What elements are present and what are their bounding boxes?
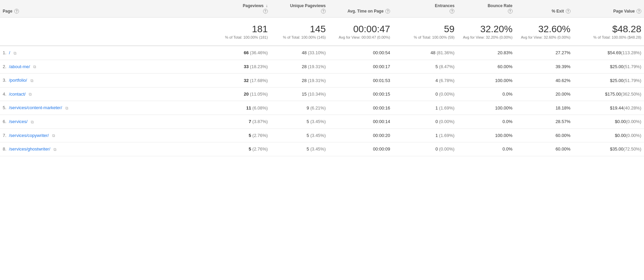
summary-entrances-main: 59 xyxy=(395,24,454,35)
entrances-header-label: Entrances xyxy=(435,3,454,8)
page-help-icon[interactable]: ? xyxy=(14,9,19,14)
pageviews-pct: (36.46%) xyxy=(250,50,268,55)
row-number: 4. xyxy=(3,92,6,97)
pageviews-value: 66 xyxy=(244,50,249,55)
bounce-rate-value: 20.83% xyxy=(497,50,512,55)
avg-time-value: 00:00:14 xyxy=(373,119,390,124)
pageviews-help-icon[interactable]: ? xyxy=(263,9,268,14)
entrances-pct: (0.00%) xyxy=(439,119,455,124)
page-value-pct: (113.28%) xyxy=(621,50,641,55)
avg-time-header-label: Avg. Time on Page xyxy=(347,9,384,14)
unique-pv-pct: (3.45%) xyxy=(310,119,326,124)
exit-value: 28.57% xyxy=(556,119,571,124)
page-link[interactable]: /portfolio/ xyxy=(9,78,27,83)
summary-pageviews-main: 181 xyxy=(209,24,268,35)
page-link[interactable]: /contact/ xyxy=(9,92,25,97)
unique-pv-value: 48 xyxy=(302,50,306,55)
unique-pv-help-icon[interactable]: ? xyxy=(321,9,326,14)
unique-pv-pct: (6.21%) xyxy=(310,105,326,111)
avg-time-value: 00:00:09 xyxy=(373,146,390,152)
bounce-rate-value: 100.00% xyxy=(495,105,512,111)
page-link[interactable]: /about-me/ xyxy=(9,64,30,69)
summary-pageviews-sub: % of Total: 100.00% (181) xyxy=(209,35,268,39)
page-value-value: $0.00 xyxy=(615,133,626,138)
exit-value: 27.27% xyxy=(556,50,571,55)
copy-icon[interactable]: ⧉ xyxy=(53,147,57,152)
exit-value: 18.18% xyxy=(556,105,571,111)
avg-time-value: 00:00:16 xyxy=(373,105,390,111)
page-value-value: $175.00 xyxy=(605,92,621,97)
summary-exit-sub: Avg for View: 32.60% (0.00%) xyxy=(518,35,571,39)
pageviews-value: 33 xyxy=(244,64,249,69)
page-link[interactable]: /services/ xyxy=(9,119,27,124)
entrances-value: 5 xyxy=(435,64,438,69)
table-row: 5. /services/content-marketer/ ⧉ 11 (6.0… xyxy=(0,101,644,115)
copy-icon[interactable]: ⧉ xyxy=(29,92,32,97)
unique-pv-pct: (3.45%) xyxy=(310,146,326,152)
unique-pv-pct: (19.31%) xyxy=(308,78,326,83)
unique-pv-value: 15 xyxy=(302,92,306,97)
avg-time-value: 00:01:53 xyxy=(373,78,390,83)
entrances-help-icon[interactable]: ? xyxy=(450,9,454,14)
page-link[interactable]: /services/ghostwriter/ xyxy=(9,146,50,152)
copy-icon[interactable]: ⧉ xyxy=(33,64,36,69)
copy-icon[interactable]: ⧉ xyxy=(52,133,55,138)
pageviews-value: 7 xyxy=(249,119,251,124)
summary-avg-time-sub: Avg for View: 00:00:47 (0.00%) xyxy=(331,35,390,39)
sort-arrow-icon: ↓ xyxy=(266,3,268,9)
table-row: 2. /about-me/ ⧉ 33 (18.23%)28 (19.31%)00… xyxy=(0,60,644,74)
bounce-rate-value: 100.00% xyxy=(495,133,512,138)
bounce-rate-value: 0.0% xyxy=(502,119,513,124)
bounce-rate-value: 0.0% xyxy=(502,146,513,152)
pageviews-pct: (17.68%) xyxy=(250,78,268,83)
unique-pv-pct: (19.31%) xyxy=(308,64,326,69)
copy-icon[interactable]: ⧉ xyxy=(65,106,68,111)
row-number: 5. xyxy=(3,105,6,110)
summary-bounce-sub: Avg for View: 32.20% (0.00%) xyxy=(460,35,512,39)
summary-bounce-main: 32.20% xyxy=(460,24,512,35)
entrances-pct: (0.00%) xyxy=(439,146,455,152)
page-link[interactable]: / xyxy=(9,50,10,55)
page-value-pct: (362.50%) xyxy=(621,92,641,97)
page-link[interactable]: /services/copywriter/ xyxy=(9,133,49,138)
page-value-value: $25.00 xyxy=(610,64,623,69)
bounce-rate-value: 0.0% xyxy=(502,92,513,97)
copy-icon[interactable]: ⧉ xyxy=(31,120,34,124)
page-value-help-icon[interactable]: ? xyxy=(637,9,641,14)
unique-pv-value: 28 xyxy=(302,78,306,83)
bounce-rate-help-icon[interactable]: ? xyxy=(508,9,513,14)
page-value-value: $35.00 xyxy=(610,146,623,152)
unique-pv-value: 9 xyxy=(307,105,309,111)
pageviews-value: 20 xyxy=(244,92,249,97)
page-header-label: Page xyxy=(3,9,13,14)
summary-unique-pv-main: 145 xyxy=(273,24,326,35)
page-value-value: $54.69 xyxy=(607,50,621,55)
exit-value: 20.00% xyxy=(556,92,571,97)
page-value-pct: (0.00%) xyxy=(626,133,641,138)
pageviews-pct: (3.87%) xyxy=(252,119,268,124)
exit-help-icon[interactable]: ? xyxy=(566,9,571,14)
summary-value-main: $48.28 xyxy=(576,24,641,35)
unique-pv-value: 5 xyxy=(307,133,309,138)
unique-pv-pct: (10.34%) xyxy=(308,92,326,97)
unique-pv-value: 28 xyxy=(302,64,306,69)
page-value-value: $19.44 xyxy=(610,105,623,111)
entrances-pct: (1.69%) xyxy=(439,105,455,111)
avg-time-help-icon[interactable]: ? xyxy=(385,9,390,14)
entrances-value: 0 xyxy=(435,92,438,97)
entrances-value: 0 xyxy=(435,146,438,152)
pageviews-header-label: Pageviews xyxy=(243,3,263,8)
avg-time-value: 00:00:17 xyxy=(373,64,390,69)
unique-pv-value: 5 xyxy=(307,119,309,124)
pageviews-pct: (6.08%) xyxy=(252,105,268,111)
copy-icon[interactable]: ⧉ xyxy=(30,78,34,83)
row-number: 2. xyxy=(3,64,6,69)
summary-row: 181 % of Total: 100.00% (181) 145 % of T… xyxy=(0,18,644,46)
table-row: 6. /services/ ⧉ 7 (3.87%)5 (3.45%)00:00:… xyxy=(0,115,644,129)
entrances-pct: (8.47%) xyxy=(439,64,455,69)
exit-value: 60.00% xyxy=(556,133,571,138)
copy-icon[interactable]: ⧉ xyxy=(14,51,17,56)
page-link[interactable]: /services/content-marketer/ xyxy=(9,105,62,110)
page-value-pct: (40.28%) xyxy=(623,105,641,111)
unique-pv-pct: (33.10%) xyxy=(308,50,326,55)
